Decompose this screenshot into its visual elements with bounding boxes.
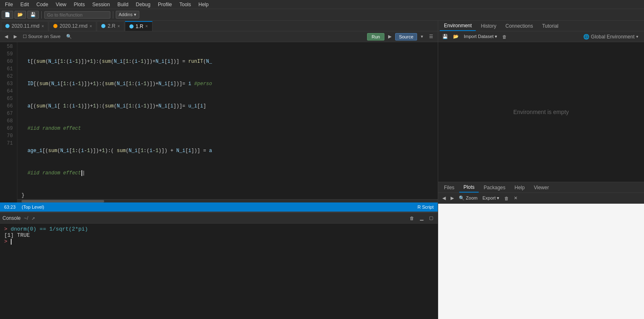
tab-label: 2020.11.rmd [12,23,39,29]
tab-history[interactable]: History [477,21,500,31]
bottom-right-section: Files Plots Packages Help Viewer ◀ ▶ 🔍 Z… [438,182,644,319]
forward-button[interactable]: ▶ [12,33,19,40]
console-tab-bar: Console ~/ ↗ 🗑 ▁ ▢ [0,213,438,224]
menu-profile[interactable]: Profile [155,1,175,8]
scroll-thumb[interactable] [21,200,104,202]
run-icon[interactable]: ▶ [386,33,394,40]
global-env-icon: 🌐 [583,34,589,40]
tab-close[interactable]: × [41,24,44,29]
right-toolbar: 💾 📂 Import Dataset ▾ 🗑 🌐 Global Environm… [438,31,644,42]
menu-tools[interactable]: Tools [176,1,194,8]
code-line-63: #iid random effect| [21,169,438,177]
plots-export-button[interactable]: Export ▾ [481,195,501,202]
editor-tab-bar: 2020.11.rmd × 2020.12.rmd × 2.R × 1.R × [0,21,438,31]
tab-connections[interactable]: Connections [501,21,537,31]
menu-plots[interactable]: Plots [71,1,88,8]
menu-edit[interactable]: Edit [17,1,32,8]
code-line-64: } [21,192,438,199]
plots-back-button[interactable]: ◀ [441,195,447,202]
tab-2R[interactable]: 2.R × [97,21,124,31]
open-button[interactable]: 📂 [14,11,26,19]
console-next-prompt: > [4,238,7,245]
global-env-selector[interactable]: 🌐 Global Environment ▾ [580,33,642,40]
env-load-button[interactable]: 📂 [451,33,460,40]
status-bar: 63:23 (Top Level) R Script [0,202,438,212]
tab-tutorial[interactable]: Tutorial [538,21,563,31]
script-type: R Script [417,205,434,209]
code-editor[interactable]: 58 59 60 61 62 63 64 65 66 67 68 69 70 7… [0,42,438,202]
tab-environment[interactable]: Environment [440,21,476,31]
goto-input[interactable] [44,11,110,19]
search-button[interactable]: 🔍 [64,33,74,40]
console-maximize-button[interactable]: ▢ [427,214,435,221]
tab-files[interactable]: Files [440,183,458,192]
code-line-60: a[(sum(N_i[ 1:(i-1)])+1):(sum(N_i[1:(i-1… [21,102,438,110]
tab-packages[interactable]: Packages [479,183,510,192]
tab-1R[interactable]: 1.R × [125,21,153,31]
chevron-down-icon: ▾ [636,34,638,39]
bottom-right-tab-bar: Files Plots Packages Help Viewer [438,182,644,193]
tab-close[interactable]: × [90,24,92,29]
cursor-position: 63:23 [4,205,16,209]
plots-forward-button[interactable]: ▶ [449,195,456,202]
code-level: (Top Level) [22,205,44,209]
global-env-label: Global Environment [591,34,634,40]
source-dropdown[interactable]: ▾ [419,33,425,40]
plots-clear-button[interactable]: ✕ [512,195,519,202]
editor-toolbar: ◀ ▶ ☐ Source on Save 🔍 Run ▶ Source ▾ ☰ [0,31,438,42]
menu-file[interactable]: File [2,1,16,8]
console-result-line: [1] TRUE [4,232,434,238]
run-button[interactable]: Run [367,33,384,40]
tab-2020-12-rmd[interactable]: 2020.12.rmd × [49,21,96,31]
editor-panel: 2020.11.rmd × 2020.12.rmd × 2.R × 1.R × … [0,21,438,319]
env-empty-message: Environment is empty [513,109,569,115]
console-section: Console ~/ ↗ 🗑 ▁ ▢ > dnorm(0) == 1/sqrt(… [0,212,438,319]
console-result-label: [1] [4,232,14,238]
save-button[interactable]: 💾 [27,11,39,19]
source-button[interactable]: Source [395,33,417,40]
tab-plots[interactable]: Plots [459,183,479,193]
new-file-button[interactable]: 📄 [2,11,13,19]
right-tab-bar: Environment History Connections Tutorial [438,21,644,31]
code-line-61: #iid random effect [21,125,438,132]
main-layout: 2020.11.rmd × 2020.12.rmd × 2.R × 1.R × … [0,21,644,319]
tab-close[interactable]: × [117,24,120,29]
menu-build[interactable]: Build [114,1,132,8]
right-panel: Environment History Connections Tutorial… [438,21,644,319]
menu-debug[interactable]: Debug [133,1,154,8]
env-import-button[interactable]: Import Dataset ▾ [462,33,499,40]
menu-session[interactable]: Session [89,1,113,8]
code-text[interactable]: t[(sum(N_i[1:(i-1)])+1):(sum(N_i[1:(i-1)… [17,42,438,202]
menu-bar: File Edit Code View Plots Session Build … [0,0,644,9]
env-save-button[interactable]: 💾 [441,33,450,40]
tab-help[interactable]: Help [510,183,529,192]
console-workdir: ~/ [24,215,28,221]
tab-2020-11-rmd[interactable]: 2020.11.rmd × [1,21,48,31]
tab-icon [53,24,57,28]
menu-view[interactable]: View [52,1,70,8]
menu-code[interactable]: Code [33,1,52,8]
addins-button[interactable]: Addins ▾ [116,11,139,19]
horizontal-scrollbar[interactable] [17,199,438,202]
console-clear-button[interactable]: 🗑 [408,215,416,221]
more-options[interactable]: ☰ [427,33,435,40]
main-toolbar: 📄 📂 💾 Addins ▾ [0,9,644,21]
viewer-content [438,204,644,319]
source-on-save-check[interactable]: ☐ Source on Save [21,33,62,40]
console-path-icon[interactable]: ↗ [31,214,35,221]
console-result-value: TRUE [17,232,30,238]
code-line-58: t[(sum(N_i[1:(i-1)])+1):(sum(N_i[1:(i-1)… [21,58,438,65]
plots-zoom-button[interactable]: 🔍 Zoom [457,195,479,202]
env-clear-button[interactable]: 🗑 [501,33,508,40]
menu-help[interactable]: Help [195,1,212,8]
console-minimize-button[interactable]: ▁ [418,214,425,221]
back-button[interactable]: ◀ [2,33,10,40]
console-command-line: > dnorm(0) == 1/sqrt(2*pi) [4,226,434,232]
console-content[interactable]: > dnorm(0) == 1/sqrt(2*pi) [1] TRUE > [0,224,438,319]
tab-viewer[interactable]: Viewer [530,183,553,192]
tab-label: 2.R [107,23,115,29]
console-cursor [11,239,12,245]
environment-section: Environment History Connections Tutorial… [438,21,644,182]
tab-close[interactable]: × [145,24,148,29]
plots-delete-button[interactable]: 🗑 [503,195,510,202]
